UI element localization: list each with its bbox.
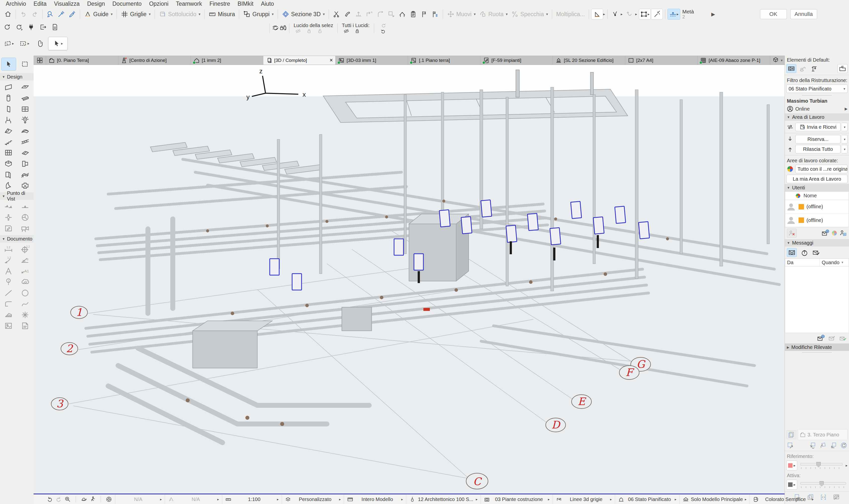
radial-dimension-tool[interactable]: 1.2 [1,255,16,266]
lock-all-layers-icon[interactable] [354,28,360,34]
flyout-arrow-icon[interactable]: ▸ [846,463,848,468]
cancel-button[interactable]: Annulla [790,9,817,19]
roof-tool-button[interactable] [397,10,408,18]
palette-resize-handle[interactable] [785,351,849,354]
show-in-floorplan-button[interactable] [786,430,796,439]
angle-dimension-tool[interactable]: α [18,255,32,266]
polyline-method-button[interactable]: ▸ [610,10,624,18]
favorites-button[interactable] [837,64,848,73]
colored-mode-select[interactable]: Tutto con il ...re originale▾ [795,165,848,173]
user-row[interactable]: (offline) [785,214,849,227]
spline-tool[interactable] [18,299,32,309]
spline-method-button[interactable]: ▸ [624,10,639,18]
reference-opacity-slider[interactable] [800,463,843,466]
sent-icon[interactable] [801,249,808,256]
palette-resize-handle[interactable] [785,94,849,97]
menu-opzioni[interactable]: Opzioni [145,0,172,7]
column-tool[interactable] [1,93,16,103]
reserve-button[interactable]: Riserva... [795,135,841,143]
grids-button[interactable]: Griglie▾ [119,10,153,18]
groups-button[interactable]: Gruppi▾ [242,10,276,18]
snap-point-button[interactable]: ▸ [668,9,680,20]
hide-fills-icon[interactable] [833,493,840,501]
section-tool[interactable] [1,201,16,212]
inject-parameters-button[interactable] [67,10,77,18]
pan-transfer-icon[interactable] [786,442,794,449]
3d-section-button[interactable]: Sezione 3D▾ [280,10,326,18]
user-row[interactable]: (offline) [785,200,849,214]
clipboard-button[interactable] [408,10,419,18]
lamp-tool[interactable] [18,115,32,125]
dimension-tool[interactable]: 1.2 [1,244,16,254]
beam-tool[interactable] [18,93,32,103]
figure-tool[interactable] [1,321,16,331]
rotate-button[interactable]: Ruota▾ [477,10,509,18]
tab-1-imm-2[interactable]: [1 imm 2] [191,56,263,65]
extend-button[interactable] [364,10,375,18]
split-button[interactable] [342,10,353,18]
adjust-button[interactable] [353,10,364,18]
pen-set-field[interactable]: 12 Architettonico 100 S...▸ [406,494,481,504]
slider-thumb[interactable] [816,462,821,467]
default-site-button[interactable] [798,64,808,73]
toolbox-section-documento[interactable]: ▼Documento [0,235,34,242]
opening-tool[interactable] [18,159,32,169]
explore-icon[interactable] [106,496,112,503]
export-button[interactable] [39,23,47,32]
renovation-filter-field[interactable]: 06 Stato Pianificato▸ [615,494,679,504]
polyline-tool[interactable] [1,299,16,309]
position-field[interactable]: N/A▸ [115,494,165,504]
view-style-field[interactable]: Colorato Semplice▸ [749,494,817,504]
layer-toggle-lock-button[interactable] [280,24,287,33]
tab-piano-terra[interactable]: [0. Piano Terra] [46,56,118,65]
pick-up-parameters-button[interactable] [56,10,67,18]
interior-elevation-tool[interactable] [1,212,16,223]
menu-documento[interactable]: Documento [109,0,145,7]
document-info-button[interactable] [51,23,59,32]
slab-tool[interactable] [18,82,32,92]
niche-tool[interactable] [1,169,16,180]
zone-count-tool[interactable]: 1 [1,277,16,287]
level-dimension-tool[interactable]: 1.2 [18,244,32,254]
fillet-button[interactable] [375,10,386,18]
compare-icon[interactable] [820,493,827,501]
pen-option-field[interactable]: Personalizzato▸ [282,494,344,504]
roof-tool[interactable] [1,126,16,136]
reserve-options[interactable]: ▾ [842,135,848,143]
orbit-icon[interactable] [81,496,87,503]
flag-list-button[interactable] [430,10,441,18]
arrow-tool[interactable] [1,58,16,71]
object-tool[interactable] [1,115,16,125]
hide-layer-icon[interactable] [295,28,301,34]
new-message-icon[interactable] [817,335,825,342]
tab-3d-completo[interactable]: [3D / Completo]× [263,56,336,65]
scale-field[interactable]: 1:100▸ [222,494,282,504]
marquee-button[interactable]: ▸ [17,38,31,49]
tab-centro-di-azione[interactable]: [Centro di Azione] [118,56,191,65]
arrow-tool-button[interactable]: ▸ [48,37,68,50]
tab-aie09-abaco[interactable]: [AIE-09 Abaco zone P-1] [697,56,770,65]
renovation-filter-select[interactable]: 06 Stato Pianificato▾ [786,85,848,93]
workspace-section-header[interactable]: ▼Area di Lavoro [785,113,849,121]
menu-design[interactable]: Design [83,0,109,7]
multiply-button[interactable]: Moltiplica... [554,11,586,18]
tab-sl20-sezione[interactable]: [SL 20 Sezione Edificio] [553,56,625,65]
menu-bimkit[interactable]: BIMkit [234,0,257,7]
model-scope-field[interactable]: Solo Modello Principale▸ [679,494,749,504]
flyout-arrow-icon[interactable]: ▸ [603,12,605,16]
find-select-button[interactable] [45,10,56,18]
undo-button[interactable] [18,10,29,18]
marquee-tool[interactable] [17,58,32,71]
refresh-transfer-icon[interactable] [840,442,848,449]
mirror-button[interactable]: Specchia▾ [509,10,550,18]
toolbox-section-viewpoint[interactable]: ▼Punto di Vist [0,192,34,200]
bounding-box-button[interactable]: ▸ [639,9,651,20]
measure-button[interactable]: Misura [207,10,237,18]
hatch-tool[interactable] [1,310,16,320]
mesh-tool[interactable] [18,169,32,180]
view-orientation-button[interactable] [772,56,779,65]
worksheet-tool[interactable] [1,223,16,234]
elevation-tool[interactable] [18,201,32,212]
fill-tool[interactable] [18,277,32,287]
layer-redo-icon[interactable] [381,22,386,28]
